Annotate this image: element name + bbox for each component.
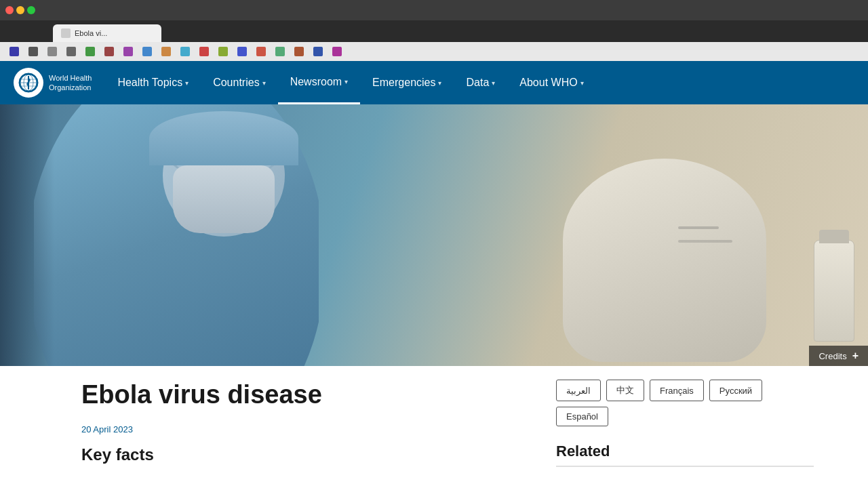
credits-button[interactable]: Credits +	[809, 346, 868, 366]
who-logo-icon	[14, 68, 43, 98]
lang-russian[interactable]: Русский	[709, 380, 762, 401]
bookmarks-bar	[0, 42, 868, 61]
tab-other-1[interactable]	[4, 24, 28, 42]
data-arrow: ▾	[492, 79, 495, 87]
nav-about-who[interactable]: About WHO ▾	[507, 61, 595, 104]
credits-plus-icon: +	[852, 350, 859, 362]
bookmark-1[interactable]	[5, 45, 23, 58]
about-arrow: ▾	[580, 79, 584, 87]
bookmark-10[interactable]	[176, 45, 194, 58]
bookmark-12[interactable]	[214, 45, 232, 58]
shirt-detail-1	[678, 226, 719, 229]
content-right: العربية 中文 Français Русский Español Rela…	[556, 380, 814, 488]
bookmark-11[interactable]	[195, 45, 213, 58]
bookmark-favicon-15	[275, 47, 285, 56]
tab-bar: Ebola vi...	[0, 20, 868, 42]
bookmark-favicon-9	[161, 47, 171, 56]
worker-mask	[173, 165, 275, 233]
nav-emergencies[interactable]: Emergencies ▾	[360, 61, 454, 104]
bookmark-favicon-5	[85, 47, 95, 56]
bookmark-favicon-8	[142, 47, 152, 56]
bookmark-favicon-14	[256, 47, 266, 56]
worker-cap	[149, 111, 298, 165]
tab-other-4[interactable]	[186, 24, 210, 42]
window-controls	[5, 6, 35, 14]
health-topics-arrow: ▾	[185, 79, 189, 87]
related-title: Related	[556, 443, 814, 467]
bookmark-14[interactable]	[252, 45, 270, 58]
sanitizer-bottle	[814, 240, 854, 342]
who-logo-text: World HealthOrganization	[49, 73, 92, 93]
nav-data[interactable]: Data ▾	[454, 61, 507, 104]
language-buttons: العربية 中文 Français Русский Español	[556, 380, 814, 426]
lang-french[interactable]: Français	[650, 380, 704, 401]
date-label: 20 April 2023	[81, 424, 515, 434]
minimize-button[interactable]	[16, 6, 24, 14]
bookmark-favicon-11	[199, 47, 209, 56]
lang-arabic[interactable]: العربية	[556, 380, 601, 401]
tab-other-2[interactable]	[28, 24, 53, 42]
bookmark-favicon-12	[218, 47, 228, 56]
bookmark-3[interactable]	[43, 45, 61, 58]
tab-label: Ebola vi...	[75, 29, 107, 37]
hero-image: Credits +	[0, 104, 868, 366]
credits-label: Credits	[818, 351, 846, 361]
bookmark-favicon-6	[104, 47, 114, 56]
browser-chrome	[0, 0, 868, 20]
bookmark-favicon-7	[123, 47, 133, 56]
lang-chinese[interactable]: 中文	[606, 380, 644, 401]
emergencies-arrow: ▾	[438, 79, 441, 87]
bookmark-favicon-10	[180, 47, 190, 56]
countries-arrow: ▾	[262, 79, 266, 87]
bookmark-2[interactable]	[24, 45, 42, 58]
content-left: Ebola virus disease 20 April 2023 Key fa…	[81, 380, 515, 488]
bookmark-9[interactable]	[157, 45, 175, 58]
tab-favicon	[61, 28, 71, 38]
nav-countries[interactable]: Countries ▾	[201, 61, 277, 104]
lang-spanish[interactable]: Español	[556, 407, 608, 426]
bookmark-favicon-16	[294, 47, 304, 56]
tab-other-3[interactable]	[161, 24, 186, 42]
bookmark-18[interactable]	[328, 45, 346, 58]
maximize-button[interactable]	[27, 6, 35, 14]
bookmark-favicon-17	[313, 47, 323, 56]
shirt-detail-2	[678, 240, 732, 243]
nav-health-topics[interactable]: Health Topics ▾	[105, 61, 201, 104]
bookmark-4[interactable]	[62, 45, 80, 58]
newsroom-arrow: ▾	[344, 78, 348, 85]
bookmark-8[interactable]	[138, 45, 156, 58]
key-facts-title: Key facts	[81, 445, 515, 464]
bookmark-favicon-1	[9, 47, 19, 56]
bookmark-15[interactable]	[271, 45, 289, 58]
content-area: Ebola virus disease 20 April 2023 Key fa…	[0, 366, 868, 488]
bookmark-favicon-18	[332, 47, 342, 56]
nav-items: Health Topics ▾ Countries ▾ Newsroom ▾ E…	[105, 61, 854, 104]
nav-newsroom[interactable]: Newsroom ▾	[278, 61, 360, 104]
bookmark-favicon-13	[237, 47, 247, 56]
page-title: Ebola virus disease	[81, 380, 515, 411]
left-shadow	[0, 104, 54, 366]
bookmark-5[interactable]	[81, 45, 99, 58]
main-navigation: World HealthOrganization Health Topics ▾…	[0, 61, 868, 104]
active-tab[interactable]: Ebola vi...	[53, 24, 161, 42]
bookmark-17[interactable]	[309, 45, 327, 58]
bookmark-6[interactable]	[100, 45, 118, 58]
bookmark-favicon-2	[28, 47, 38, 56]
bookmark-favicon-3	[47, 47, 57, 56]
second-person	[563, 159, 766, 362]
close-button[interactable]	[5, 6, 14, 14]
sanitizer-pump	[819, 230, 849, 243]
who-logo[interactable]: World HealthOrganization	[14, 68, 92, 98]
bookmark-13[interactable]	[233, 45, 251, 58]
bookmark-favicon-4	[66, 47, 76, 56]
bookmark-16[interactable]	[290, 45, 308, 58]
bookmark-7[interactable]	[119, 45, 137, 58]
